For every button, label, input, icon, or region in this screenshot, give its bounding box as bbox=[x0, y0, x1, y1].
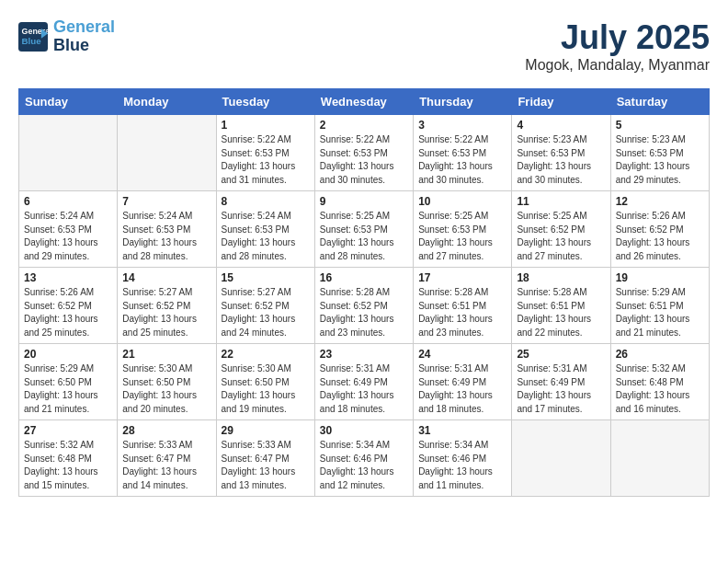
day-number: 19 bbox=[616, 271, 704, 284]
calendar-cell: 2Sunrise: 5:22 AM Sunset: 6:53 PM Daylig… bbox=[314, 115, 413, 191]
day-number: 9 bbox=[320, 195, 408, 208]
day-info: Sunrise: 5:25 AM Sunset: 6:53 PM Dayligh… bbox=[320, 210, 408, 263]
calendar-cell: 6Sunrise: 5:24 AM Sunset: 6:53 PM Daylig… bbox=[19, 191, 118, 268]
day-info: Sunrise: 5:34 AM Sunset: 6:46 PM Dayligh… bbox=[418, 439, 506, 492]
day-info: Sunrise: 5:29 AM Sunset: 6:50 PM Dayligh… bbox=[24, 362, 112, 416]
day-number: 4 bbox=[517, 119, 605, 132]
calendar-week-row: 27Sunrise: 5:32 AM Sunset: 6:48 PM Dayli… bbox=[19, 420, 710, 497]
day-number: 10 bbox=[418, 195, 506, 208]
calendar-cell: 10Sunrise: 5:25 AM Sunset: 6:53 PM Dayli… bbox=[414, 191, 512, 268]
calendar-week-row: 1Sunrise: 5:22 AM Sunset: 6:53 PM Daylig… bbox=[19, 115, 710, 191]
day-number: 16 bbox=[320, 271, 408, 284]
day-number: 7 bbox=[122, 195, 210, 208]
day-number: 6 bbox=[24, 195, 112, 208]
day-info: Sunrise: 5:31 AM Sunset: 6:49 PM Dayligh… bbox=[320, 362, 408, 416]
day-info: Sunrise: 5:23 AM Sunset: 6:53 PM Dayligh… bbox=[517, 133, 605, 187]
calendar-cell: 29Sunrise: 5:33 AM Sunset: 6:47 PM Dayli… bbox=[216, 420, 314, 497]
weekday-header: Tuesday bbox=[216, 89, 314, 115]
day-number: 18 bbox=[517, 271, 605, 284]
calendar-cell: 20Sunrise: 5:29 AM Sunset: 6:50 PM Dayli… bbox=[19, 344, 118, 420]
day-info: Sunrise: 5:31 AM Sunset: 6:49 PM Dayligh… bbox=[418, 362, 506, 416]
day-number: 31 bbox=[418, 424, 506, 437]
logo-icon: General Blue bbox=[18, 22, 48, 52]
calendar-week-row: 13Sunrise: 5:26 AM Sunset: 6:52 PM Dayli… bbox=[19, 268, 710, 344]
calendar-cell: 28Sunrise: 5:33 AM Sunset: 6:47 PM Dayli… bbox=[118, 420, 216, 497]
day-number: 25 bbox=[517, 348, 605, 361]
weekday-header: Thursday bbox=[414, 89, 512, 115]
day-info: Sunrise: 5:29 AM Sunset: 6:51 PM Dayligh… bbox=[616, 286, 704, 339]
calendar-cell bbox=[19, 115, 118, 191]
logo-text: GeneralBlue bbox=[53, 18, 115, 55]
title-block: July 2025 Mogok, Mandalay, Myanmar bbox=[525, 18, 710, 74]
logo: General Blue GeneralBlue bbox=[18, 18, 115, 55]
day-info: Sunrise: 5:31 AM Sunset: 6:49 PM Dayligh… bbox=[517, 362, 605, 416]
calendar-cell: 30Sunrise: 5:34 AM Sunset: 6:46 PM Dayli… bbox=[314, 420, 413, 497]
location: Mogok, Mandalay, Myanmar bbox=[525, 57, 710, 74]
day-info: Sunrise: 5:28 AM Sunset: 6:51 PM Dayligh… bbox=[418, 286, 506, 339]
day-number: 29 bbox=[222, 424, 310, 437]
weekday-header: Monday bbox=[118, 89, 216, 115]
day-info: Sunrise: 5:25 AM Sunset: 6:53 PM Dayligh… bbox=[418, 210, 506, 263]
calendar-week-row: 20Sunrise: 5:29 AM Sunset: 6:50 PM Dayli… bbox=[19, 344, 710, 420]
calendar-cell: 26Sunrise: 5:32 AM Sunset: 6:48 PM Dayli… bbox=[610, 344, 709, 420]
calendar-cell: 24Sunrise: 5:31 AM Sunset: 6:49 PM Dayli… bbox=[414, 344, 512, 420]
day-info: Sunrise: 5:24 AM Sunset: 6:53 PM Dayligh… bbox=[122, 210, 210, 263]
calendar-cell: 14Sunrise: 5:27 AM Sunset: 6:52 PM Dayli… bbox=[118, 268, 216, 344]
day-info: Sunrise: 5:27 AM Sunset: 6:52 PM Dayligh… bbox=[122, 286, 210, 339]
calendar-week-row: 6Sunrise: 5:24 AM Sunset: 6:53 PM Daylig… bbox=[19, 191, 710, 268]
day-info: Sunrise: 5:30 AM Sunset: 6:50 PM Dayligh… bbox=[222, 362, 310, 416]
day-number: 26 bbox=[616, 348, 704, 361]
day-info: Sunrise: 5:25 AM Sunset: 6:52 PM Dayligh… bbox=[517, 210, 605, 263]
calendar-cell: 23Sunrise: 5:31 AM Sunset: 6:49 PM Dayli… bbox=[314, 344, 413, 420]
weekday-header: Saturday bbox=[610, 89, 709, 115]
day-info: Sunrise: 5:32 AM Sunset: 6:48 PM Dayligh… bbox=[616, 362, 704, 416]
day-number: 8 bbox=[222, 195, 310, 208]
calendar-cell: 5Sunrise: 5:23 AM Sunset: 6:53 PM Daylig… bbox=[610, 115, 709, 191]
svg-text:Blue: Blue bbox=[22, 36, 42, 46]
calendar-cell: 22Sunrise: 5:30 AM Sunset: 6:50 PM Dayli… bbox=[216, 344, 314, 420]
day-info: Sunrise: 5:22 AM Sunset: 6:53 PM Dayligh… bbox=[320, 133, 408, 187]
day-info: Sunrise: 5:23 AM Sunset: 6:53 PM Dayligh… bbox=[616, 133, 704, 187]
page-header: General Blue GeneralBlue July 2025 Mogok… bbox=[18, 18, 710, 74]
month-year: July 2025 bbox=[525, 18, 710, 57]
calendar-cell: 27Sunrise: 5:32 AM Sunset: 6:48 PM Dayli… bbox=[19, 420, 118, 497]
day-info: Sunrise: 5:24 AM Sunset: 6:53 PM Dayligh… bbox=[24, 210, 112, 263]
day-number: 5 bbox=[616, 119, 704, 132]
day-number: 14 bbox=[122, 271, 210, 284]
calendar-cell: 9Sunrise: 5:25 AM Sunset: 6:53 PM Daylig… bbox=[314, 191, 413, 268]
calendar-cell bbox=[512, 420, 610, 497]
calendar-cell: 16Sunrise: 5:28 AM Sunset: 6:52 PM Dayli… bbox=[314, 268, 413, 344]
day-info: Sunrise: 5:26 AM Sunset: 6:52 PM Dayligh… bbox=[24, 286, 112, 339]
calendar-cell: 3Sunrise: 5:22 AM Sunset: 6:53 PM Daylig… bbox=[414, 115, 512, 191]
day-info: Sunrise: 5:30 AM Sunset: 6:50 PM Dayligh… bbox=[122, 362, 210, 416]
day-info: Sunrise: 5:22 AM Sunset: 6:53 PM Dayligh… bbox=[418, 133, 506, 187]
calendar-cell: 31Sunrise: 5:34 AM Sunset: 6:46 PM Dayli… bbox=[414, 420, 512, 497]
weekday-header: Wednesday bbox=[314, 89, 413, 115]
day-number: 13 bbox=[24, 271, 112, 284]
day-info: Sunrise: 5:32 AM Sunset: 6:48 PM Dayligh… bbox=[24, 439, 112, 492]
day-info: Sunrise: 5:27 AM Sunset: 6:52 PM Dayligh… bbox=[222, 286, 310, 339]
day-number: 30 bbox=[320, 424, 408, 437]
day-number: 20 bbox=[24, 348, 112, 361]
weekday-header-row: SundayMondayTuesdayWednesdayThursdayFrid… bbox=[19, 89, 710, 115]
day-info: Sunrise: 5:33 AM Sunset: 6:47 PM Dayligh… bbox=[222, 439, 310, 492]
calendar-table: SundayMondayTuesdayWednesdayThursdayFrid… bbox=[18, 88, 710, 497]
day-number: 27 bbox=[24, 424, 112, 437]
day-number: 17 bbox=[418, 271, 506, 284]
day-number: 1 bbox=[222, 119, 310, 132]
day-number: 28 bbox=[122, 424, 210, 437]
calendar-cell: 4Sunrise: 5:23 AM Sunset: 6:53 PM Daylig… bbox=[512, 115, 610, 191]
weekday-header: Sunday bbox=[19, 89, 118, 115]
calendar-cell: 19Sunrise: 5:29 AM Sunset: 6:51 PM Dayli… bbox=[610, 268, 709, 344]
calendar-cell: 7Sunrise: 5:24 AM Sunset: 6:53 PM Daylig… bbox=[118, 191, 216, 268]
calendar-cell: 8Sunrise: 5:24 AM Sunset: 6:53 PM Daylig… bbox=[216, 191, 314, 268]
calendar-cell: 25Sunrise: 5:31 AM Sunset: 6:49 PM Dayli… bbox=[512, 344, 610, 420]
calendar-cell: 21Sunrise: 5:30 AM Sunset: 6:50 PM Dayli… bbox=[118, 344, 216, 420]
day-info: Sunrise: 5:26 AM Sunset: 6:52 PM Dayligh… bbox=[616, 210, 704, 263]
calendar-cell bbox=[610, 420, 709, 497]
calendar-cell: 18Sunrise: 5:28 AM Sunset: 6:51 PM Dayli… bbox=[512, 268, 610, 344]
calendar-cell: 15Sunrise: 5:27 AM Sunset: 6:52 PM Dayli… bbox=[216, 268, 314, 344]
day-number: 22 bbox=[222, 348, 310, 361]
day-info: Sunrise: 5:24 AM Sunset: 6:53 PM Dayligh… bbox=[222, 210, 310, 263]
day-number: 15 bbox=[222, 271, 310, 284]
